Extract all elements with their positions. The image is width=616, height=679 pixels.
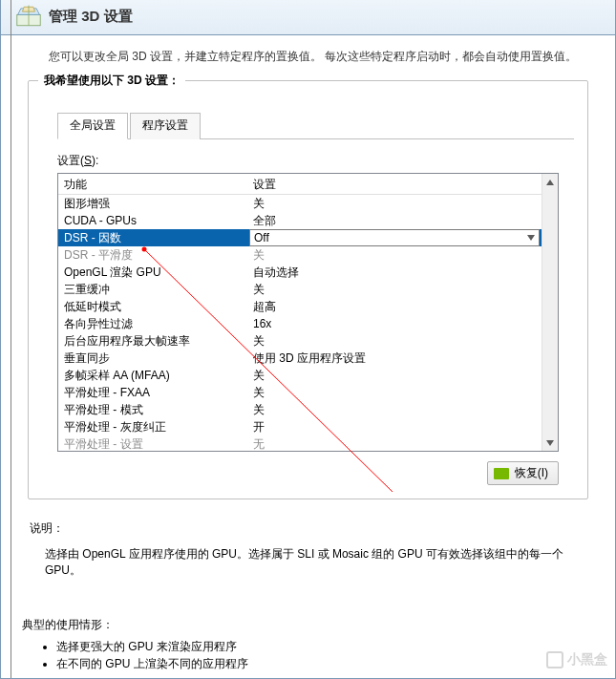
- grid-body: 图形增强关CUDA - GPUs全部DSR - 因数OffDSR - 平滑度关O…: [58, 195, 558, 451]
- svg-marker-6: [546, 440, 554, 446]
- setting-name: DSR - 因数: [58, 230, 249, 246]
- setting-value: 关: [249, 196, 542, 212]
- setting-name: 垂直同步: [58, 350, 249, 367]
- column-setting[interactable]: 设置: [249, 174, 558, 194]
- chevron-down-icon: [527, 233, 535, 243]
- setting-name: 平滑处理 - 灰度纠正: [58, 419, 249, 435]
- usage-list: 选择更强大的 GPU 来渲染应用程序 在不同的 GPU 上渲染不同的应用程序: [41, 639, 598, 672]
- table-row[interactable]: 平滑处理 - 模式关: [58, 401, 542, 418]
- page-header: 管理 3D 设置: [1, 0, 615, 35]
- usage-block: 典型的使用情形： 选择更强大的 GPU 来渲染应用程序 在不同的 GPU 上渲染…: [22, 617, 598, 672]
- setting-value: 关: [249, 385, 542, 401]
- table-row[interactable]: DSR - 因数Off: [58, 229, 542, 246]
- table-row[interactable]: 图形增强关: [58, 195, 542, 212]
- table-row[interactable]: 垂直同步使用 3D 应用程序设置: [58, 350, 542, 367]
- table-row[interactable]: CUDA - GPUs全部: [58, 212, 542, 229]
- column-feature[interactable]: 功能: [58, 174, 249, 194]
- description-label: 说明：: [30, 520, 598, 537]
- svg-marker-5: [546, 180, 554, 185]
- tab-program[interactable]: 程序设置: [130, 113, 201, 139]
- tab-bar: 全局设置 程序设置: [57, 112, 574, 139]
- setting-value: 无: [249, 436, 542, 452]
- scroll-down-button[interactable]: [542, 435, 558, 451]
- table-row[interactable]: 低延时模式超高: [58, 298, 542, 315]
- setting-value-dropdown[interactable]: Off: [249, 229, 540, 246]
- 3d-cube-icon: [16, 4, 41, 29]
- grid-header: 功能 设置: [58, 174, 558, 195]
- setting-name: DSR - 平滑度: [58, 247, 249, 264]
- watermark: 小黑盒: [546, 651, 607, 668]
- setting-name: 低延时模式: [58, 299, 249, 315]
- table-row[interactable]: 三重缓冲关: [58, 281, 542, 298]
- setting-name: 平滑处理 - 模式: [58, 402, 249, 418]
- table-row[interactable]: 平滑处理 - FXAA关: [58, 384, 542, 401]
- setting-value: 关: [249, 402, 542, 418]
- setting-name: CUDA - GPUs: [58, 214, 249, 227]
- setting-name: 三重缓冲: [58, 282, 249, 298]
- usage-label: 典型的使用情形：: [22, 617, 598, 633]
- setting-name: 图形增强: [58, 196, 249, 212]
- table-row[interactable]: 各向异性过滤16x: [58, 315, 542, 332]
- setting-name: 后台应用程序最大帧速率: [58, 333, 249, 350]
- description-block: 说明： 选择由 OpenGL 应用程序使用的 GPU。选择属于 SLI 或 Mo…: [30, 520, 598, 579]
- restore-label: 恢复(I): [515, 465, 548, 481]
- table-row[interactable]: OpenGL 渲染 GPU自动选择: [58, 264, 542, 281]
- settings-label-hotkey: S: [84, 154, 92, 167]
- setting-value: 超高: [249, 299, 542, 315]
- setting-value: 开: [249, 419, 542, 435]
- setting-value: 自动选择: [249, 265, 542, 281]
- settings-label: 设置(S):: [57, 153, 574, 169]
- group-title: 我希望使用以下 3D 设置：: [38, 73, 185, 89]
- settings-label-suf: ):: [92, 154, 98, 167]
- svg-marker-4: [527, 235, 535, 241]
- vertical-scrollbar[interactable]: [542, 174, 558, 451]
- description-text: 选择由 OpenGL 应用程序使用的 GPU。选择属于 SLI 或 Mosaic…: [45, 546, 598, 579]
- scroll-up-button[interactable]: [542, 174, 558, 190]
- settings-group: 我希望使用以下 3D 设置： 全局设置 程序设置 设置(S): 功能 设置 图形…: [28, 80, 588, 499]
- page-root: 管理 3D 设置 您可以更改全局 3D 设置，并建立特定程序的置换值。 每次这些…: [0, 0, 616, 679]
- nvidia-logo-icon: [494, 468, 509, 479]
- setting-value: 全部: [249, 213, 542, 229]
- restore-row: 恢复(I): [42, 461, 559, 485]
- list-item: 选择更强大的 GPU 来渲染应用程序: [56, 639, 598, 655]
- tab-global[interactable]: 全局设置: [57, 113, 128, 139]
- watermark-text: 小黑盒: [567, 651, 607, 668]
- table-row[interactable]: DSR - 平滑度关: [58, 246, 542, 264]
- table-row[interactable]: 平滑处理 - 灰度纠正开: [58, 418, 542, 435]
- setting-name: 多帧采样 AA (MFAA): [58, 368, 249, 384]
- vertical-rule: [11, 0, 11, 678]
- settings-label-pre: 设置(: [57, 154, 84, 167]
- page-title: 管理 3D 设置: [49, 8, 133, 26]
- restore-button[interactable]: 恢复(I): [487, 461, 559, 485]
- dropdown-value: Off: [254, 231, 269, 244]
- setting-name: 平滑处理 - 设置: [58, 436, 249, 452]
- settings-grid: 功能 设置 图形增强关CUDA - GPUs全部DSR - 因数OffDSR -…: [57, 173, 559, 452]
- table-row[interactable]: 平滑处理 - 设置无: [58, 435, 542, 451]
- table-row[interactable]: 多帧采样 AA (MFAA)关: [58, 367, 542, 384]
- setting-value: 关: [249, 247, 542, 264]
- setting-name: OpenGL 渲染 GPU: [58, 265, 249, 281]
- setting-name: 各向异性过滤: [58, 316, 249, 332]
- table-row[interactable]: 后台应用程序最大帧速率关: [58, 332, 542, 350]
- setting-value: 使用 3D 应用程序设置: [249, 350, 542, 367]
- list-item: 在不同的 GPU 上渲染不同的应用程序: [56, 656, 598, 672]
- setting-value: 关: [249, 282, 542, 298]
- setting-value: 关: [249, 333, 542, 350]
- setting-name: 平滑处理 - FXAA: [58, 385, 249, 401]
- watermark-icon: [546, 651, 563, 668]
- setting-value: 关: [249, 368, 542, 384]
- setting-value: 16x: [249, 317, 542, 330]
